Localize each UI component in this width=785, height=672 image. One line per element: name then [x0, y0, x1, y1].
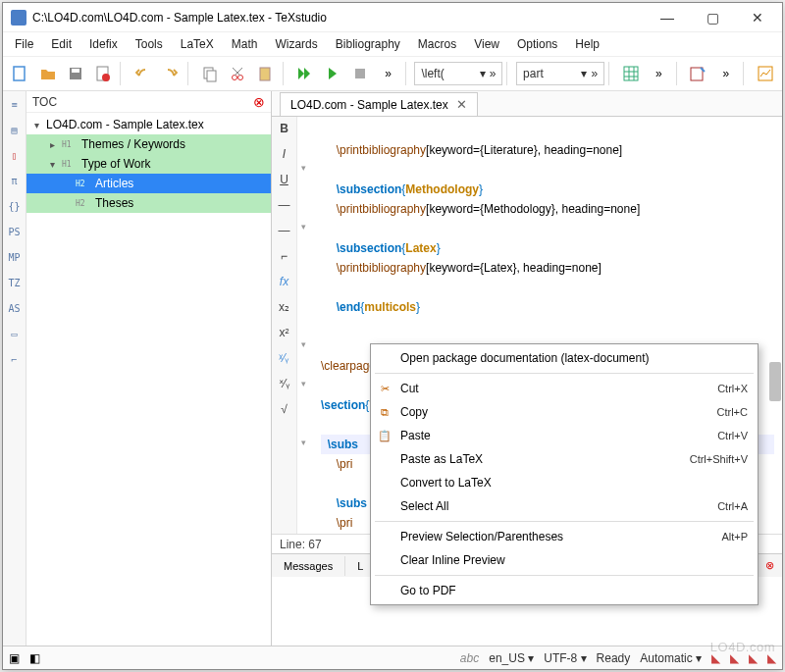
fold-icon[interactable]: ▾	[301, 335, 306, 354]
close-button[interactable]: ✕	[735, 3, 780, 32]
pstricks-icon[interactable]: PS	[6, 223, 24, 240]
menu-latex[interactable]: LaTeX	[173, 34, 222, 54]
close-output-icon[interactable]: ⊗	[758, 555, 782, 576]
subscript-button[interactable]: x₂	[276, 299, 293, 315]
cm-select-all[interactable]: Select AllCtrl+A	[371, 494, 758, 518]
menu-math[interactable]: Math	[224, 34, 266, 54]
braces-icon[interactable]: {}	[6, 197, 24, 215]
section-combo[interactable]: part▾»	[516, 62, 604, 85]
chart-button[interactable]	[753, 60, 778, 87]
undo-button[interactable]	[130, 60, 155, 87]
open-file-button[interactable]	[34, 60, 60, 87]
toc-item-type-of-work[interactable]: ▾ H1 Type of Work	[26, 154, 271, 174]
cut-button[interactable]	[225, 60, 250, 87]
spellcheck-icon[interactable]: abc	[460, 651, 479, 665]
table-button[interactable]	[618, 60, 644, 87]
redo-button[interactable]	[157, 60, 183, 87]
paste-button[interactable]	[252, 60, 278, 87]
bookmark-icon[interactable]: ▯	[6, 146, 24, 164]
align-left-button[interactable]: —	[276, 197, 293, 213]
misc-icon[interactable]: ▭	[6, 325, 24, 342]
structure-icon[interactable]: ≡	[6, 95, 24, 113]
cm-copy[interactable]: ⧉CopyCtrl+C	[371, 400, 758, 424]
stop-button[interactable]	[347, 60, 373, 87]
delimiter-combo[interactable]: \left(▾»	[414, 62, 502, 85]
menu-wizards[interactable]: Wizards	[267, 34, 325, 54]
menu-options[interactable]: Options	[509, 34, 565, 54]
underline-button[interactable]: U	[276, 172, 293, 187]
cm-clear-preview[interactable]: Clear Inline Preview	[371, 548, 758, 572]
expand-button[interactable]: »	[375, 60, 400, 87]
panel-toggle-1-icon[interactable]: ▣	[9, 651, 20, 665]
expand-2-button[interactable]: »	[646, 60, 671, 87]
align-center-button[interactable]: —	[276, 223, 293, 238]
editor-tab[interactable]: LO4D.com - Sample Latex.tex ✕	[280, 92, 478, 116]
cm-go-to-pdf[interactable]: Go to PDF	[371, 579, 758, 602]
copy-button[interactable]	[197, 60, 223, 87]
minimize-button[interactable]: —	[645, 3, 690, 32]
svg-point-7	[233, 76, 237, 80]
menu-edit[interactable]: Edit	[43, 34, 79, 54]
superscript-button[interactable]: x²	[276, 325, 293, 340]
menu-idefix[interactable]: Idefix	[81, 34, 126, 54]
build-run-button[interactable]	[291, 60, 317, 87]
encoding-selector[interactable]: UTF-8 ▾	[544, 651, 586, 665]
scrollbar-thumb[interactable]	[769, 362, 781, 401]
menu-tools[interactable]: Tools	[128, 34, 171, 54]
align-right-button[interactable]: ⌐	[276, 248, 293, 264]
panel-toggle-2-icon[interactable]: ◧	[29, 651, 40, 665]
output-tab-messages[interactable]: Messages	[272, 556, 345, 576]
close-tab-icon[interactable]: ✕	[456, 97, 467, 112]
marker-2-icon[interactable]: ◣	[730, 651, 739, 665]
maximize-button[interactable]: ▢	[690, 3, 735, 32]
toc-item-articles[interactable]: H2 Articles	[26, 174, 271, 193]
svg-rect-11	[624, 67, 638, 80]
marker-3-icon[interactable]: ◣	[749, 651, 758, 665]
line-ending-selector[interactable]: Automatic ▾	[640, 651, 702, 665]
cm-preview-selection[interactable]: Preview Selection/ParenthesesAlt+P	[371, 525, 758, 548]
dfrac-button[interactable]: ˣ⁄ᵧ	[276, 376, 293, 391]
fold-icon[interactable]: ▾	[301, 433, 306, 452]
menu-bibliography[interactable]: Bibliography	[328, 34, 408, 54]
context-menu: Open package documentation (latex-docume…	[370, 343, 759, 605]
menu-macros[interactable]: Macros	[410, 34, 464, 54]
svg-point-8	[238, 76, 243, 80]
tikz-icon[interactable]: TZ	[6, 274, 24, 291]
close-toc-icon[interactable]: ⊗	[253, 94, 265, 110]
cm-cut[interactable]: ✂CutCtrl+X	[371, 377, 758, 400]
cm-open-doc[interactable]: Open package documentation (latex-docume…	[371, 346, 758, 370]
cm-paste-latex[interactable]: Paste as LaTeXCtrl+Shift+V	[371, 447, 758, 471]
save-button[interactable]	[63, 60, 88, 87]
sqrt-button[interactable]: √	[276, 401, 293, 417]
cm-convert-latex[interactable]: Convert to LaTeX	[371, 471, 758, 494]
marker-4-icon[interactable]: ◣	[767, 651, 776, 665]
pdf-viewer-button[interactable]	[685, 60, 710, 87]
new-file-button[interactable]	[7, 60, 32, 87]
chevron-down-icon: ▾	[46, 159, 58, 170]
bold-button[interactable]: B	[276, 121, 293, 136]
fold-icon[interactable]: ▾	[301, 374, 306, 393]
italic-button[interactable]: I	[276, 146, 293, 162]
cm-paste[interactable]: 📋PasteCtrl+V	[371, 424, 758, 447]
fold-icon[interactable]: ▾	[301, 217, 306, 236]
symbols-greek-icon[interactable]: π	[6, 172, 24, 189]
compile-button[interactable]	[320, 60, 345, 87]
menu-file[interactable]: File	[7, 34, 41, 54]
asymptote-icon[interactable]: AS	[6, 299, 24, 317]
toc-item-themes[interactable]: ▸ H1 Themes / Keywords	[26, 134, 271, 154]
fraction-button[interactable]: ᵡ⁄ᵧ	[276, 350, 293, 366]
toc-item-theses[interactable]: H2 Theses	[26, 193, 271, 213]
function-button[interactable]: fx	[276, 274, 293, 289]
copy-icon: ⧉	[377, 406, 392, 419]
menu-view[interactable]: View	[466, 34, 507, 54]
close-file-button[interactable]	[90, 60, 116, 87]
marker-1-icon[interactable]: ◣	[711, 651, 720, 665]
language-selector[interactable]: en_US ▾	[489, 651, 534, 665]
expand-3-button[interactable]: »	[713, 60, 739, 87]
fold-icon[interactable]: ▾	[301, 158, 306, 178]
menu-help[interactable]: Help	[567, 34, 607, 54]
bookmarks-icon[interactable]: ▤	[6, 121, 24, 138]
metapost-icon[interactable]: MP	[6, 248, 24, 266]
misc2-icon[interactable]: ⌐	[6, 350, 24, 368]
toc-root[interactable]: ▾ LO4D.com - Sample Latex.tex	[26, 115, 271, 134]
